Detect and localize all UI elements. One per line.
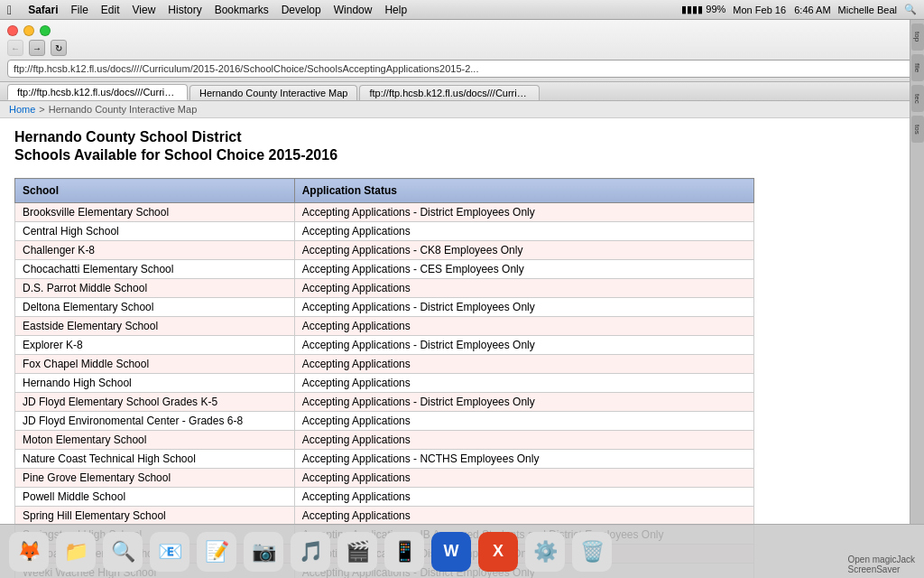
table-row: Challenger K-8Accepting Applications - C… [15,241,754,260]
tab-0[interactable]: ftp://ftp.hcsb.k12.fl.us/docs///Curricul… [7,84,188,100]
table-row: Powell Middle SchoolAccepting Applicatio… [15,488,754,507]
safari-menu[interactable]: Safari [28,4,58,16]
school-name-cell: Hernando High School [15,374,295,393]
dock-notes[interactable]: 📝 [197,532,236,572]
edit-menu[interactable]: Edit [101,4,120,16]
dock-firefox[interactable]: 🦊 [9,532,49,572]
dock-bar: 🦊 📁 🔍 📧 📝 📷 🎵 🎬 📱 W X ⚙️ 🗑️ Open magicJa… [0,524,924,578]
screen-saver-label: Open magicJackScreenSaver [848,555,915,574]
school-status-cell: Accepting Applications [294,507,753,526]
dock-photos[interactable]: 📷 [244,532,283,572]
address-bar[interactable]: ftp://ftp.hcsb.k12.fl.us/docs////Curricu… [7,60,917,78]
sidebar-file-btn[interactable]: file [911,54,924,81]
school-name-cell: JD Floyd Environomental Center - Grades … [15,412,295,431]
school-name-cell: Nature Coast Technical High School [15,450,295,469]
school-status-cell: Accepting Applications - District Employ… [294,336,753,355]
search-icon[interactable]: 🔍 [904,4,917,15]
refresh-button[interactable]: ↻ [51,40,67,56]
school-name-cell: Powell Middle School [15,488,295,507]
close-button[interactable] [7,25,18,36]
table-row: Chocachatti Elementary SchoolAccepting A… [15,260,754,279]
school-status-cell: Accepting Applications [294,431,753,450]
dock-finder[interactable]: 📁 [56,532,96,572]
sidebar-tec-btn[interactable]: tec [911,85,924,112]
datetime-display: Mon Feb 16 6:46 AM [733,5,830,15]
table-row: Deltona Elementary SchoolAccepting Appli… [15,298,754,317]
table-row: Hernando High SchoolAccepting Applicatio… [15,374,754,393]
dock-trash[interactable]: 🗑️ [572,532,612,572]
address-bar-row: ftp://ftp.hcsb.k12.fl.us/docs////Curricu… [7,60,917,78]
tab-bar: ftp://ftp.hcsb.k12.fl.us/docs///Curricul… [0,82,924,101]
minimize-button[interactable] [23,25,34,36]
schools-table: School Application Status Brooksville El… [14,178,754,578]
table-row: Nature Coast Technical High SchoolAccept… [15,450,754,469]
dock-word[interactable]: W [431,532,471,572]
tab-1-label: Hernando County Interactive Map [199,88,347,98]
school-name-cell: Chocachatti Elementary School [15,260,295,279]
table-row: Eastside Elementary SchoolAccepting Appl… [15,317,754,336]
dock-spotlight[interactable]: 🔍 [103,532,143,572]
school-name-cell: Central High School [15,222,295,241]
school-status-cell: Accepting Applications - CK8 Employees O… [294,241,753,260]
dock-iphone[interactable]: 📱 [384,532,424,572]
history-menu[interactable]: History [168,4,201,16]
view-menu[interactable]: View [133,4,156,16]
window-menu[interactable]: Window [334,4,373,16]
dock-x[interactable]: X [478,532,518,572]
school-status-cell: Accepting Applications [294,317,753,336]
school-name-cell: Explorer K-8 [15,336,295,355]
apple-menu-icon[interactable]:  [7,3,12,17]
school-status-cell: Accepting Applications [294,412,753,431]
school-status-cell: Accepting Applications [294,355,753,374]
dock-music[interactable]: 🎵 [291,532,330,572]
sidebar-top-btn[interactable]: top [911,23,924,51]
table-row: Fox Chapel Middle SchoolAccepting Applic… [15,355,754,374]
table-row: JD Floyd Elementary School Grades K-5Acc… [15,393,754,412]
page-title-sub: Schools Available for School Choice 2015… [14,147,910,163]
school-status-cell: Accepting Applications - NCTHS Employees… [294,450,753,469]
traffic-lights [7,25,917,36]
tab-1[interactable]: Hernando County Interactive Map [189,85,357,100]
breadcrumb-home-link[interactable]: Home [9,104,35,115]
tab-2[interactable]: ftp://ftp.hcsb.k12.fl.us/docs///Curricul… [359,85,540,100]
school-name-cell: Fox Chapel Middle School [15,355,295,374]
user-display: Michelle Beal [838,5,897,15]
school-name-cell: Pine Grove Elementary School [15,469,295,488]
school-name-cell: Spring Hill Elementary School [15,507,295,526]
school-status-cell: Accepting Applications [294,279,753,298]
dock-settings[interactable]: ⚙️ [525,532,565,572]
develop-menu[interactable]: Develop [282,4,321,16]
school-name-cell: Moton Elementary School [15,431,295,450]
breadcrumb-bar: Home > Hernando County Interactive Map [0,101,924,118]
school-name-cell: Brooksville Elementary School [15,203,295,222]
maximize-button[interactable] [40,25,51,36]
file-menu[interactable]: File [70,4,88,16]
dock-mail[interactable]: 📧 [150,532,189,572]
table-row: Pine Grove Elementary SchoolAccepting Ap… [15,469,754,488]
browser-window: ← → ↻ ftp://ftp.hcsb.k12.fl.us/docs////C… [0,20,924,578]
menu-bar-left:  Safari File Edit View History Bookmark… [7,3,407,17]
forward-button[interactable]: → [29,40,45,56]
dock-movies[interactable]: 🎬 [337,532,377,572]
school-status-cell: Accepting Applications - District Employ… [294,393,753,412]
sidebar-tos-btn[interactable]: tos [911,116,924,143]
page-content: Hernando County School District Schools … [0,118,924,578]
header-status: Application Status [294,179,753,203]
table-row: JD Floyd Environomental Center - Grades … [15,412,754,431]
table-header-row: School Application Status [15,179,754,203]
school-name-cell: Deltona Elementary School [15,298,295,317]
table-row: Brooksville Elementary SchoolAccepting A… [15,203,754,222]
sidebar-right: top file tec tos [910,20,924,524]
school-name-cell: D.S. Parrot Middle School [15,279,295,298]
table-row: Explorer K-8Accepting Applications - Dis… [15,336,754,355]
school-name-cell: JD Floyd Elementary School Grades K-5 [15,393,295,412]
bookmarks-menu[interactable]: Bookmarks [215,4,269,16]
tab-0-label: ftp://ftp.hcsb.k12.fl.us/docs///Curricul… [17,87,188,98]
school-name-cell: Eastside Elementary School [15,317,295,336]
school-status-cell: Accepting Applications [294,469,753,488]
breadcrumb-current: Hernando County Interactive Map [49,104,197,115]
help-menu[interactable]: Help [384,4,407,16]
menu-bar:  Safari File Edit View History Bookmark… [0,0,924,20]
tab-2-label: ftp://ftp.hcsb.k12.fl.us/docs///Curricul… [369,88,540,98]
back-button[interactable]: ← [7,40,23,56]
